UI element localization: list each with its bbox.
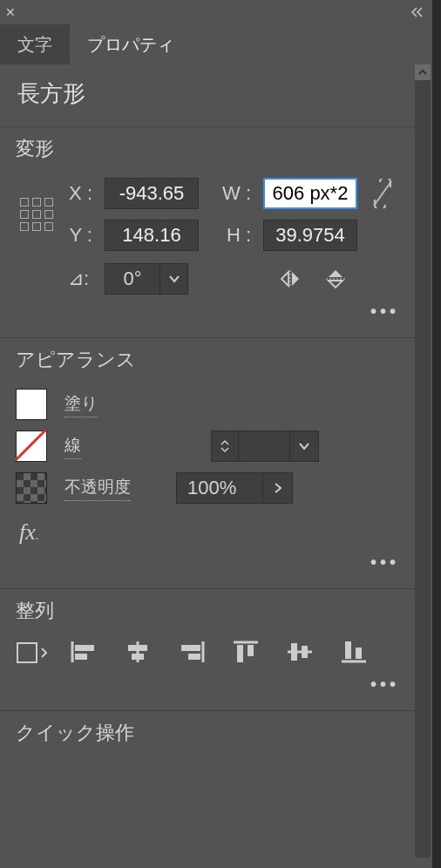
scrollbar[interactable] bbox=[415, 64, 431, 858]
section-appearance: アピアランス bbox=[16, 347, 415, 373]
stroke-label[interactable]: 線 bbox=[64, 434, 81, 459]
svg-rect-17 bbox=[291, 643, 297, 661]
opacity-label[interactable]: 不透明度 bbox=[64, 476, 131, 501]
chevron-down-icon[interactable] bbox=[160, 263, 188, 295]
align-top-icon[interactable] bbox=[232, 640, 265, 668]
align-right-icon[interactable] bbox=[178, 640, 211, 668]
angle-input[interactable]: 0° bbox=[105, 263, 188, 295]
fx-button[interactable]: fx. bbox=[19, 519, 415, 546]
svg-line-0 bbox=[374, 181, 391, 206]
more-appearance-button[interactable]: ••• bbox=[16, 546, 415, 576]
align-to-artboard-icon[interactable] bbox=[16, 640, 49, 668]
align-left-icon[interactable] bbox=[70, 640, 103, 668]
align-bottom-icon[interactable] bbox=[340, 640, 373, 668]
svg-rect-14 bbox=[237, 645, 243, 662]
opacity-input[interactable]: 100% bbox=[176, 472, 263, 504]
w-label: W : bbox=[206, 182, 256, 205]
shape-title: 長方形 bbox=[0, 64, 431, 126]
flip-horizontal-icon[interactable] bbox=[277, 266, 303, 292]
stroke-swatch[interactable] bbox=[16, 431, 47, 462]
svg-rect-18 bbox=[302, 646, 308, 658]
section-transform: 変形 bbox=[16, 136, 415, 162]
svg-rect-8 bbox=[128, 645, 147, 651]
svg-rect-15 bbox=[248, 645, 254, 656]
y-label: Y : bbox=[59, 224, 98, 247]
stroke-weight-input[interactable] bbox=[211, 431, 319, 462]
svg-rect-21 bbox=[356, 648, 362, 659]
w-input[interactable] bbox=[263, 178, 357, 209]
svg-rect-9 bbox=[132, 654, 144, 660]
close-icon[interactable]: ✕ bbox=[5, 5, 16, 19]
align-vcenter-icon[interactable] bbox=[286, 640, 319, 668]
svg-rect-11 bbox=[181, 645, 200, 651]
h-input[interactable] bbox=[263, 220, 357, 251]
more-transform-button[interactable]: ••• bbox=[16, 295, 415, 325]
scroll-up-icon[interactable] bbox=[415, 64, 431, 80]
link-wh-icon[interactable] bbox=[371, 179, 399, 208]
svg-rect-12 bbox=[188, 654, 200, 660]
opacity-swatch[interactable] bbox=[16, 472, 47, 504]
chevron-down-icon[interactable] bbox=[289, 431, 319, 462]
tab-text[interactable]: 文字 bbox=[0, 24, 70, 64]
align-hcenter-icon[interactable] bbox=[124, 640, 157, 668]
fill-swatch[interactable] bbox=[16, 389, 47, 420]
svg-rect-6 bbox=[75, 654, 87, 660]
tab-bar: 文字 プロパティ bbox=[0, 24, 431, 64]
reference-point-icon[interactable] bbox=[19, 197, 56, 234]
x-label: X : bbox=[59, 182, 98, 205]
angle-label: ⊿: bbox=[68, 268, 89, 290]
tab-properties[interactable]: プロパティ bbox=[70, 24, 192, 64]
collapse-icon[interactable] bbox=[411, 7, 425, 17]
x-input[interactable] bbox=[105, 178, 199, 209]
fill-label[interactable]: 塗り bbox=[64, 392, 98, 417]
more-align-button[interactable]: ••• bbox=[16, 668, 415, 698]
svg-rect-20 bbox=[345, 641, 351, 659]
svg-rect-3 bbox=[17, 643, 37, 662]
y-input[interactable] bbox=[105, 220, 199, 251]
section-align: 整列 bbox=[16, 598, 415, 624]
h-label: H : bbox=[206, 224, 256, 247]
flip-vertical-icon[interactable] bbox=[322, 266, 349, 292]
section-quick: クイック操作 bbox=[16, 720, 415, 746]
svg-rect-5 bbox=[75, 645, 94, 651]
chevron-right-icon[interactable] bbox=[263, 472, 293, 504]
